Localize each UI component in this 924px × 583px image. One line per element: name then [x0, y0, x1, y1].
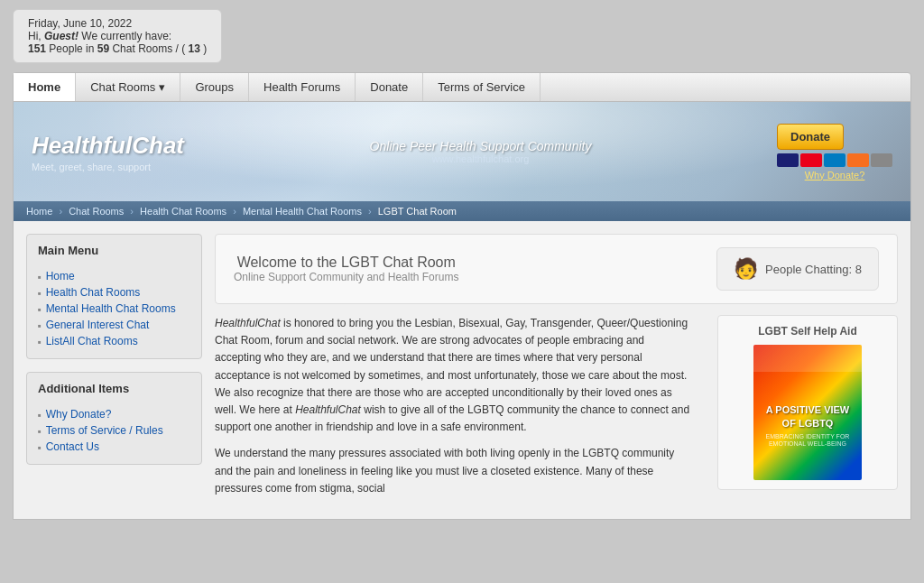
welcome-text: Welcome to the LGBT Chat Room Online Sup… — [234, 254, 458, 283]
site-name: HealthfulChat — [32, 132, 184, 160]
breadcrumb-sep-2: › — [130, 206, 134, 217]
nav-health-forums[interactable]: Health Forums — [249, 73, 356, 101]
sidebar-item-mental-health[interactable]: Mental Health Chat Rooms — [38, 301, 190, 317]
rooms-count: 59 — [97, 42, 109, 55]
people-chatting-box: 🧑 People Chatting: 8 — [716, 247, 879, 291]
banner-donate: Donate Why Donate? — [777, 124, 892, 180]
sidebar-item-health-chat[interactable]: Health Chat Rooms — [38, 284, 190, 301]
amex-icon — [824, 153, 845, 167]
visa-icon — [777, 153, 799, 167]
top-info-bar: Friday, June 10, 2022 Hi, Guest! We curr… — [13, 9, 222, 63]
sidebar-item-why-donate[interactable]: Why Donate? — [38, 406, 190, 422]
book-title: A POSITIVE VIEW OF LGBTQ — [761, 403, 855, 430]
mastercard-icon — [800, 153, 822, 167]
extra-count: 13 — [188, 42, 199, 55]
body-and-right: HealthfulChat is honored to bring you th… — [215, 315, 898, 506]
book-subtitle: EMBRACING IDENTITY FOR EMOTIONAL WELL-BE… — [761, 433, 855, 449]
sidebar-item-terms[interactable]: Terms of Service / Rules — [38, 422, 190, 439]
right-sidebar-title: LGBT Self Help Aid — [727, 325, 888, 338]
main-wrapper: HealthfulChat Meet, greet, share, suppor… — [13, 102, 911, 520]
main-content: Welcome to the LGBT Chat Room Online Sup… — [215, 234, 898, 506]
welcome-title: Welcome to the LGBT Chat Room — [234, 254, 458, 271]
nav-chat-rooms[interactable]: Chat Rooms ▾ — [76, 73, 180, 101]
nav-donate[interactable]: Donate — [356, 73, 423, 101]
nav-home[interactable]: Home — [14, 73, 76, 101]
additional-items-box: Additional Items Why Donate? Terms of Se… — [26, 372, 202, 465]
content-area: Main Menu Home Health Chat Rooms Mental … — [14, 221, 910, 519]
stats-line: 151 People in 59 Chat Rooms / ( 13 ) — [28, 42, 207, 55]
nav-terms[interactable]: Terms of Service — [423, 73, 541, 101]
people-chatting-label: People Chatting: 8 — [765, 263, 862, 276]
site-name-italic: HealthfulChat — [215, 317, 281, 329]
breadcrumb: Home › Chat Rooms › Health Chat Rooms › … — [14, 201, 910, 221]
people-icon: 🧑 — [734, 257, 758, 281]
greeting-line: Hi, Guest! We currently have: — [28, 30, 207, 42]
people-count: 151 — [28, 42, 46, 55]
breadcrumb-home[interactable]: Home — [26, 206, 52, 217]
breadcrumb-sep-4: › — [368, 206, 372, 217]
main-menu-box: Main Menu Home Health Chat Rooms Mental … — [26, 234, 202, 359]
banner-logo: HealthfulChat Meet, greet, share, suppor… — [32, 132, 184, 172]
body-para-1-text: is honored to bring you the Lesbian, Bis… — [215, 317, 688, 416]
welcome-box: Welcome to the LGBT Chat Room Online Sup… — [215, 234, 898, 304]
breadcrumb-mental-health[interactable]: Mental Health Chat Rooms — [243, 206, 362, 217]
date-display: Friday, June 10, 2022 — [28, 17, 207, 30]
other-card-icon — [871, 153, 892, 167]
breadcrumb-current: LGBT Chat Room — [378, 206, 457, 217]
sidebar-item-contact[interactable]: Contact Us — [38, 439, 190, 455]
why-donate-link[interactable]: Why Donate? — [777, 170, 892, 180]
additional-items-title: Additional Items — [38, 382, 190, 399]
right-sidebar-box: LGBT Self Help Aid A POSITIVE VIEW OF LG… — [717, 315, 898, 490]
site-name-italic-2: HealthfulChat — [295, 403, 361, 416]
site-tagline: Meet, greet, share, support — [32, 162, 184, 172]
dropdown-arrow-icon: ▾ — [159, 80, 165, 94]
community-text: Online Peer Health Support Community — [370, 139, 592, 153]
body-para-2: We understand the many pressures associa… — [215, 445, 692, 497]
main-menu-title: Main Menu — [38, 244, 190, 261]
sidebar-item-home[interactable]: Home — [38, 268, 190, 284]
body-para-1: HealthfulChat is honored to bring you th… — [215, 315, 692, 436]
guest-label: Guest! — [44, 30, 79, 42]
site-url: www.healthfulchat.org — [370, 153, 592, 164]
breadcrumb-health-chat-rooms[interactable]: Health Chat Rooms — [140, 206, 226, 217]
breadcrumb-sep-3: › — [233, 206, 236, 217]
breadcrumb-chat-rooms[interactable]: Chat Rooms — [69, 206, 124, 217]
sidebar-item-listall[interactable]: ListAll Chat Rooms — [38, 333, 190, 349]
body-text: HealthfulChat is honored to bring you th… — [215, 315, 692, 506]
nav-groups[interactable]: Groups — [180, 73, 249, 101]
breadcrumb-sep-1: › — [59, 206, 62, 217]
paypal-donate-button[interactable]: Donate — [777, 124, 844, 150]
sidebar: Main Menu Home Health Chat Rooms Mental … — [26, 234, 202, 506]
welcome-subtitle: Online Support Community and Health Foru… — [234, 271, 458, 283]
people-chatting-count: 8 — [855, 263, 862, 276]
book-cover[interactable]: A POSITIVE VIEW OF LGBTQ EMBRACING IDENT… — [753, 345, 862, 480]
right-sidebar: LGBT Self Help Aid A POSITIVE VIEW OF LG… — [717, 315, 898, 506]
sidebar-item-general[interactable]: General Interest Chat — [38, 317, 190, 333]
discover-icon — [847, 153, 869, 167]
banner: HealthfulChat Meet, greet, share, suppor… — [14, 102, 910, 201]
credit-card-icons — [777, 153, 892, 167]
banner-center: Online Peer Health Support Community www… — [370, 139, 592, 164]
nav-bar: Home Chat Rooms ▾ Groups Health Forums D… — [13, 72, 911, 102]
